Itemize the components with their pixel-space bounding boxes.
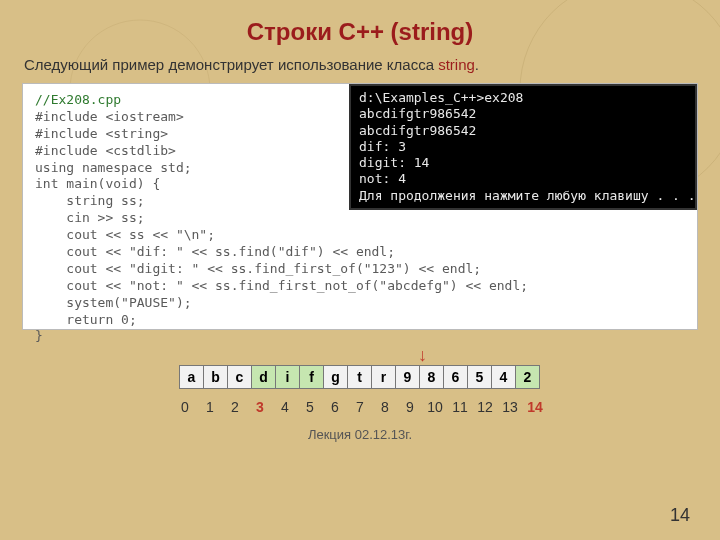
subtitle: Следующий пример демонстрирует использов… [0,52,720,83]
letter-cell: 8 [419,365,444,389]
index-cell: 7 [348,395,373,419]
letter-cell: g [323,365,348,389]
index-cell: 5 [298,395,323,419]
letter-cell: a [179,365,204,389]
index-cell: 12 [473,395,498,419]
index-cell: 1 [198,395,223,419]
index-tables: ↓ abcdifgtr986542 01234567891011121314 [0,352,720,419]
index-cell: 2 [223,395,248,419]
letter-cell: b [203,365,228,389]
index-cell: 11 [448,395,473,419]
console-output: d:\Examples_C++>ex208 abcdifgtr986542 ab… [349,84,697,210]
slide-title: Строки С++ (string) [0,0,720,52]
code-block: //Ex208.cpp #include <iostream> #include… [22,83,698,330]
index-cell: 6 [323,395,348,419]
index-cell: 14 [523,395,548,419]
letter-cell: d [251,365,276,389]
index-cell: 9 [398,395,423,419]
subtitle-keyword: string [438,56,475,73]
subtitle-tail: . [475,56,479,73]
letter-cell: t [347,365,372,389]
index-cell: 8 [373,395,398,419]
subtitle-text: Следующий пример демонстрирует использов… [24,56,438,73]
footer-text: Лекция 02.12.13г. [0,427,720,442]
letters-row: abcdifgtr986542 [180,365,540,389]
letter-cell: 6 [443,365,468,389]
letter-cell: r [371,365,396,389]
letter-cell: f [299,365,324,389]
index-cell: 13 [498,395,523,419]
console-text: d:\Examples_C++>ex208 abcdifgtr986542 ab… [359,90,687,204]
index-cell: 0 [173,395,198,419]
letter-cell: c [227,365,252,389]
indices-row: 01234567891011121314 [173,395,548,419]
index-cell: 10 [423,395,448,419]
arrow-icon: ↓ [418,352,427,362]
letter-cell: 2 [515,365,540,389]
page-number: 14 [670,505,690,526]
letter-cell: 5 [467,365,492,389]
index-cell: 3 [248,395,273,419]
index-cell: 4 [273,395,298,419]
letter-cell: 4 [491,365,516,389]
letter-cell: i [275,365,300,389]
letter-cell: 9 [395,365,420,389]
